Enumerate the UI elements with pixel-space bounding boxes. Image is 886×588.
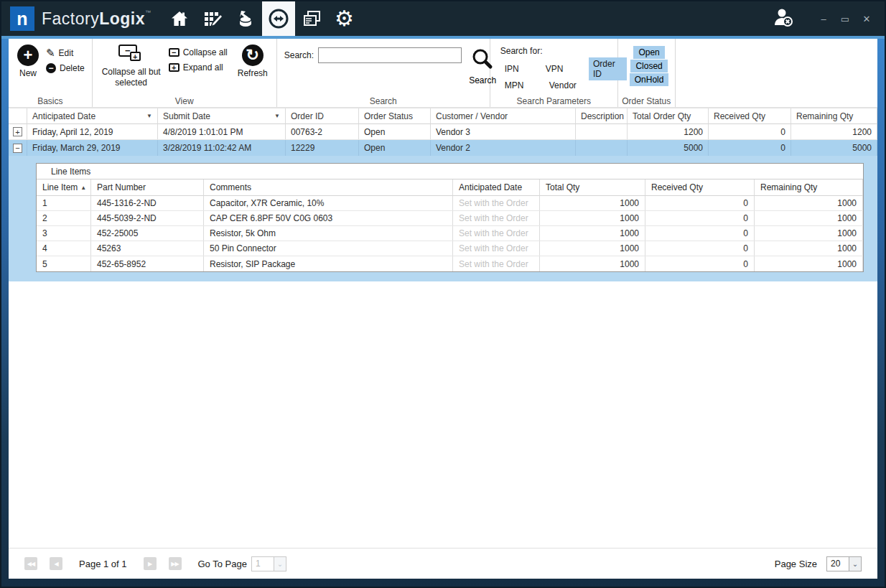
line-item-row-4[interactable]: 4 45263 50 Pin Connector Set with the Or… (37, 241, 863, 256)
search-group-label: Search (277, 96, 490, 106)
collapse-row-button[interactable]: − (13, 144, 22, 153)
expanded-detail-region: Line Items Line Item ▲ Part Number Comme… (9, 156, 877, 281)
column-header-remaining-qty[interactable]: Remaining Qty (791, 108, 877, 124)
li-cell-date: Set with the Order (453, 211, 540, 225)
nav-reports[interactable] (295, 1, 328, 36)
last-page-button[interactable]: ▶▶ (169, 557, 182, 570)
param-ipn[interactable]: IPN (500, 62, 541, 75)
li-cell-part: 45263 (91, 241, 204, 256)
next-page-button[interactable]: ▶ (144, 557, 157, 570)
collapse-all-but-selected-button[interactable]: − + Collapse all but selected (97, 43, 166, 95)
minimize-button[interactable]: – (813, 8, 834, 29)
param-vpn[interactable]: VPN (541, 62, 589, 75)
line-item-row-2[interactable]: 2 445-5039-2-ND CAP CER 6.8PF 50V C0G 06… (37, 211, 863, 226)
status-onhold-toggle[interactable]: OnHold (630, 73, 669, 86)
li-cell-remaining: 1000 (755, 196, 863, 210)
li-cell-comments: Capacitor, X7R Ceramic, 10% (204, 196, 453, 210)
minus-circle-icon: − (46, 63, 56, 73)
search-for-block: Search for: IPN VPN Order ID MPN Vendor (495, 43, 632, 95)
previous-page-button[interactable]: ◀ (50, 557, 62, 570)
sort-desc-icon: ▼ (274, 113, 280, 119)
li-cell-line: 5 (37, 256, 91, 271)
nav-materials[interactable] (229, 1, 262, 36)
column-header-received-qty[interactable]: Received Qty (709, 108, 791, 124)
goto-page-combo[interactable]: 1 ⌄ (251, 556, 286, 571)
group-view: − + Collapse all but selected − Collapse… (93, 39, 277, 107)
params-row-1: IPN VPN Order ID (500, 60, 628, 77)
li-header-anticipated-date[interactable]: Anticipated Date (453, 179, 540, 196)
expand-box-icon: + (169, 63, 179, 72)
column-header-order-id[interactable]: Order ID (286, 108, 359, 124)
cell-remaining-qty: 5000 (791, 140, 877, 156)
basics-group-label: Basics (9, 96, 92, 106)
li-header-received-qty[interactable]: Received Qty (645, 179, 755, 196)
li-header-part-number[interactable]: Part Number (91, 179, 204, 196)
param-vendor[interactable]: Vendor (545, 79, 597, 92)
main-surface: + New ✎ Edit − Delete Basics (9, 39, 877, 579)
li-header-line-item[interactable]: Line Item ▲ (37, 179, 91, 196)
brand-text: FactoryLogix™ (42, 9, 151, 29)
collapse-all-button[interactable]: − Collapse all (169, 47, 228, 57)
refresh-button[interactable]: ↻ Refresh (233, 43, 272, 95)
column-header-description[interactable]: Description (576, 108, 628, 124)
app-window: n FactoryLogix™ (0, 0, 886, 588)
line-item-row-5[interactable]: 5 452-65-8952 Resistor, SIP Package Set … (37, 256, 863, 271)
nav-settings[interactable]: ⚙ (328, 1, 361, 36)
nav-orders[interactable] (262, 1, 295, 36)
edit-button[interactable]: ✎ Edit (46, 47, 85, 58)
cell-customer-vendor: Vendor 2 (431, 140, 576, 156)
column-header-order-status[interactable]: Order Status (359, 108, 431, 124)
new-button[interactable]: + New (13, 43, 43, 95)
stock-receive-icon (236, 9, 256, 29)
logo-letter: n (17, 9, 27, 29)
close-button[interactable]: ✕ (856, 8, 877, 29)
group-search-parameters: Search for: IPN VPN Order ID MPN Vendor … (490, 39, 618, 107)
li-cell-line: 4 (37, 241, 91, 256)
logout-user-button[interactable] (773, 6, 794, 31)
search-for-title: Search for: (500, 46, 628, 56)
ribbon-toolbar: + New ✎ Edit − Delete Basics (9, 39, 877, 108)
params-group-label: Search Parameters (490, 96, 617, 106)
li-header-total-qty[interactable]: Total Qty (540, 179, 645, 196)
status-open-toggle[interactable]: Open (633, 46, 664, 59)
search-input[interactable] (318, 47, 462, 63)
pager-bar: ◀◀ ◀ Page 1 of 1 ▶ ▶▶ Go To Page 1 ⌄ Pag… (9, 548, 877, 579)
order-row-2-selected[interactable]: − Friday, March 29, 2019 3/28/2019 11:02… (9, 140, 877, 156)
delete-button[interactable]: − Delete (46, 63, 85, 73)
search-field-label: Search: (284, 50, 314, 60)
cell-order-status: Open (359, 140, 431, 156)
column-header-total-order-qty[interactable]: Total Order Qty (628, 108, 709, 124)
column-header-submit-date[interactable]: Submit Date ▼ (158, 108, 286, 124)
page-size-value: 20 (827, 557, 849, 571)
cell-received-qty: 0 (709, 140, 791, 156)
toolbar-spacer (676, 39, 877, 107)
status-closed-toggle[interactable]: Closed (630, 60, 667, 73)
page-size-combo[interactable]: 20 ⌄ (826, 556, 862, 571)
li-cell-line: 3 (37, 226, 91, 241)
line-item-row-3[interactable]: 3 452-25005 Resistor, 5k Ohm Set with th… (37, 226, 863, 241)
li-header-remaining-qty[interactable]: Remaining Qty (755, 179, 863, 196)
expand-row-button[interactable]: + (13, 127, 22, 136)
first-page-button[interactable]: ◀◀ (24, 557, 37, 570)
column-header-anticipated-date[interactable]: Anticipated Date ▼ (27, 108, 158, 124)
cell-order-id: 12229 (286, 140, 359, 156)
nav-planning[interactable] (196, 1, 229, 36)
column-header-customer-vendor[interactable]: Customer / Vendor (431, 108, 576, 124)
cell-total-order-qty: 1200 (628, 124, 709, 139)
order-row-1[interactable]: + Friday, April 12, 2019 4/8/2019 1:01:0… (9, 124, 877, 140)
line-items-title: Line Items (37, 164, 863, 179)
li-header-comments[interactable]: Comments (204, 179, 453, 196)
line-item-row-1[interactable]: 1 445-1316-2-ND Capacitor, X7R Ceramic, … (37, 196, 863, 211)
cell-customer-vendor: Vendor 3 (431, 124, 576, 139)
transfer-orders-icon (268, 8, 289, 29)
expand-all-button[interactable]: + Expand all (169, 62, 228, 73)
main-nav: ⚙ (163, 1, 361, 36)
li-cell-received: 0 (645, 226, 755, 241)
new-button-label: New (19, 68, 37, 79)
maximize-button[interactable]: ▭ (834, 8, 856, 29)
li-cell-date: Set with the Order (453, 226, 540, 241)
line-items-panel: Line Items Line Item ▲ Part Number Comme… (36, 163, 864, 272)
param-mpn[interactable]: MPN (500, 79, 545, 92)
li-cell-received: 0 (645, 256, 755, 271)
nav-home[interactable] (163, 1, 196, 36)
